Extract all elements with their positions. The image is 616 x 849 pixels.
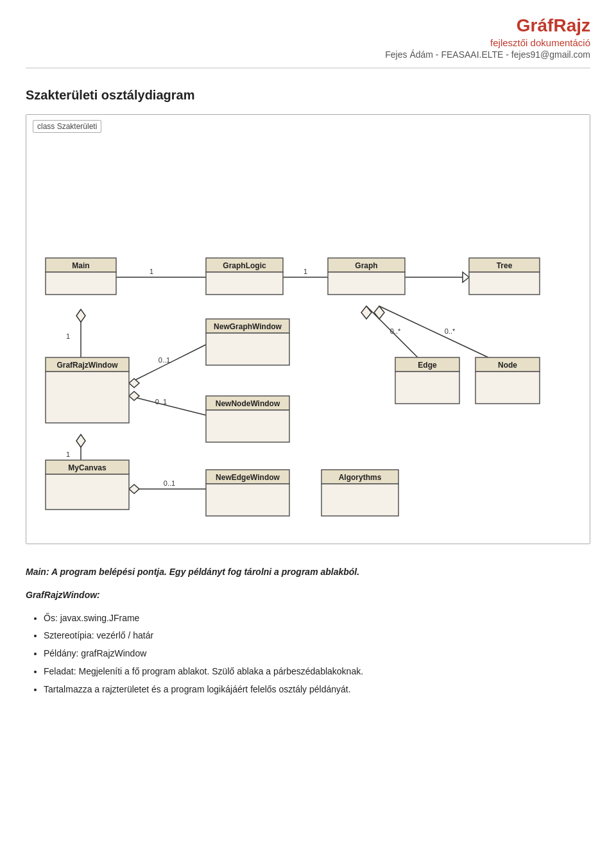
svg-text:0..*: 0..* (390, 327, 401, 335)
svg-marker-1 (76, 309, 85, 322)
bullet-5: Tartalmazza a rajzterületet és a program… (44, 682, 590, 698)
svg-text:0..1: 0..1 (158, 356, 170, 364)
svg-marker-22 (361, 306, 372, 319)
header: GráfRajz fejlesztői dokumentáció Fejes Á… (26, 15, 590, 69)
app-author: Fejes Ádám - FEASAAI.ELTE - fejes91@gmai… (26, 49, 590, 60)
bullet-2: Sztereotípia: vezérlő / határ (44, 628, 590, 644)
svg-rect-48 (206, 484, 289, 516)
bullet-3: Példány: grafRajzWindow (44, 646, 590, 662)
grafrw-bullets: Ős: javax.swing.JFrame Sztereotípia: vez… (44, 611, 590, 698)
class-newedgewindow-label: NewEdgeWindow (216, 473, 280, 482)
svg-rect-38 (206, 333, 289, 365)
svg-rect-28 (46, 272, 116, 295)
diagram-container: class Szakterületi 1 0..1 0..1 1 (26, 114, 590, 544)
class-newnodewindow-label: NewNodeWindow (216, 399, 280, 408)
svg-marker-7 (129, 391, 139, 400)
svg-rect-42 (475, 372, 540, 404)
svg-text:0..*: 0..* (445, 327, 456, 335)
svg-text:0..1: 0..1 (155, 398, 167, 406)
page: GráfRajz fejlesztői dokumentáció Fejes Á… (0, 0, 616, 728)
class-mycanvas-label: MyCanvas (68, 463, 107, 472)
class-graphlogic-label: GraphLogic (223, 261, 266, 270)
svg-text:1: 1 (66, 450, 70, 458)
class-newgraphwindow-label: NewGraphWindow (214, 322, 282, 331)
svg-line-6 (129, 396, 206, 415)
bullet-4: Feladat: Megjeleníti a fő program ablako… (44, 664, 590, 680)
app-title: GráfRajz (26, 15, 590, 36)
svg-marker-10 (76, 434, 85, 447)
class-grafrajzwindow-label: GrafRajzWindow (56, 361, 118, 370)
description-section: Main: A program belépési pontja. Egy pél… (26, 565, 590, 698)
svg-rect-34 (469, 272, 540, 295)
grafrw-title-text: GrafRajzWindow: (26, 590, 100, 600)
svg-rect-50 (321, 484, 398, 516)
svg-marker-20 (463, 272, 469, 282)
diagram-label: class Szakterületi (33, 120, 101, 133)
svg-rect-32 (328, 272, 405, 295)
bullet-1: Ős: javax.swing.JFrame (44, 611, 590, 626)
svg-rect-44 (206, 410, 289, 442)
svg-line-3 (129, 345, 206, 383)
svg-rect-36 (46, 372, 129, 423)
class-tree-label: Tree (497, 261, 513, 270)
svg-rect-30 (206, 272, 283, 295)
svg-text:0..1: 0..1 (164, 479, 175, 487)
main-desc-text: Main: A program belépési pontja. Egy pél… (26, 567, 359, 577)
class-edge-label: Edge (418, 361, 437, 370)
svg-text:1: 1 (150, 268, 153, 275)
svg-rect-46 (46, 474, 129, 510)
svg-rect-40 (395, 372, 459, 404)
class-main-label: Main (72, 261, 89, 270)
uml-diagram: 1 0..1 0..1 1 0..1 1 1 (33, 139, 597, 537)
svg-text:1: 1 (66, 332, 70, 340)
svg-text:1: 1 (304, 268, 307, 275)
svg-marker-13 (129, 485, 139, 493)
section-title: Szakterületi osztálydiagram (26, 88, 590, 103)
class-graph-label: Graph (355, 261, 377, 270)
class-node-label: Node (498, 361, 517, 370)
class-algorythms-label: Algorythms (339, 473, 382, 482)
grafrw-title: GrafRajzWindow: (26, 588, 590, 603)
app-subtitle: fejlesztői dokumentáció (26, 37, 590, 48)
main-description: Main: A program belépési pontja. Egy pél… (26, 565, 590, 580)
svg-marker-4 (129, 379, 139, 388)
